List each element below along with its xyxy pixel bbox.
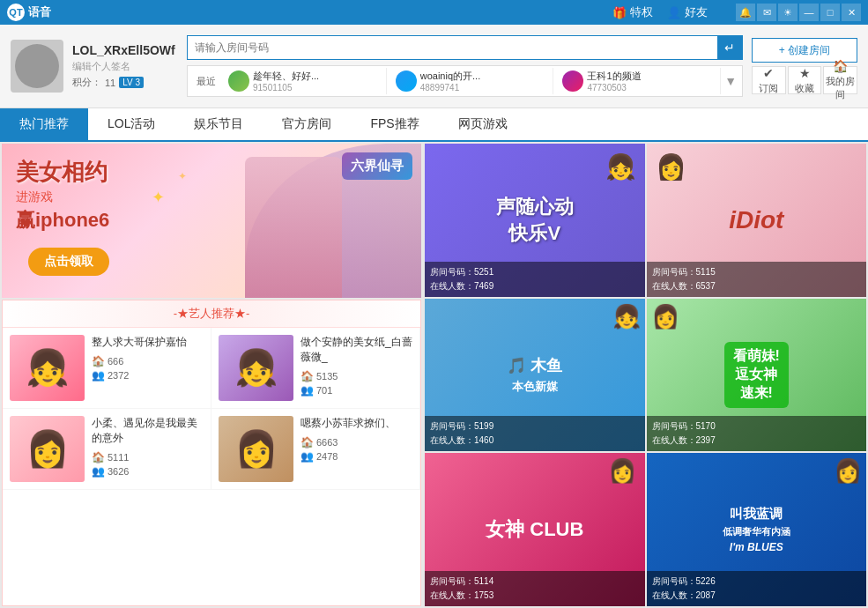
room-banner-text-5: 叫我蓝调低调奢华有内涵I'm BLUES [723,506,790,553]
room-card-3[interactable]: 看萌妹!逗女神速来! 👩 房间号码：5170 在线人数：2397 [647,299,867,452]
banner[interactable]: 美女相约 进游戏 赢iphone6 点击领取 六界仙寻 ✦ ✦ [2,144,421,298]
heart-icon-2: 🏠 [92,451,105,463]
title-bar: QT 语音 🎁 特权 👤 好友 🔔 ✉ ☀ — □ ✕ [0,0,868,25]
action-buttons: ✔ 订阅 ★ 收藏 🏠 我的房间 [752,66,857,94]
banner-button[interactable]: 点击领取 [28,248,109,276]
artist-info-1: 做个安静的美女纸_白蔷薇微_ 🏠 5135 👥 701 [300,335,412,397]
avatar[interactable] [11,40,63,93]
artist-thumb-2: 👩 [10,416,85,482]
recent-rooms: 最近 趁年轻、好好... 91501105 woainiq的开... 48899… [187,65,743,97]
artist-item-2[interactable]: 👩 小柔、遇见你是我最美的意外 🏠 5111 👥 3626 [3,409,211,490]
room-info-0: 趁年轻、好好... 91501105 [253,70,319,93]
app-name: 语音 [28,4,51,20]
user-icon-1: 👥 [300,384,314,397]
room-banner-text-0: 声随心动快乐V [496,194,574,247]
user-icon-0: 👥 [92,369,105,382]
window-controls: 🔔 ✉ ☀ — □ ✕ [736,4,861,21]
artist-users-3: 👥 2478 [300,450,412,463]
artist-panel-title: -★艺人推荐★- [3,300,420,328]
recent-room-1[interactable]: woainiq的开... 48899741 [390,68,554,94]
room-banner-text-2: 🎵 木鱼本色新媒 [507,355,562,395]
artist-thumb-3: 👩 [219,416,293,482]
artist-name-0: 整人求大哥保护嘉怡 [92,335,204,350]
left-panel: 美女相约 进游戏 赢iphone6 点击领取 六界仙寻 ✦ ✦ -★艺人推荐★-… [0,142,423,608]
heart-icon-0: 🏠 [92,355,105,367]
room-banner-text-4: 女神 CLUB [486,516,583,543]
room-icon-2 [562,70,583,92]
close-button[interactable]: ✕ [842,4,861,21]
artist-users-1: 👥 701 [300,384,412,397]
room-overlay-5: 房间号码：5226 在线人数：2087 [647,571,867,606]
artist-info-0: 整人求大哥保护嘉怡 🏠 666 👥 2372 [92,335,204,382]
artist-name-2: 小柔、遇见你是我最美的意外 [92,416,204,446]
star-icon: ★ [799,66,811,80]
recent-room-0[interactable]: 趁年轻、好好... 91501105 [223,68,387,94]
friend-icon: 👤 [667,6,681,19]
room-card-0[interactable]: 声随心动快乐V 👧 房间号码：5251 在线人数：7469 [425,144,645,297]
artist-avatar-3: 👩 [219,416,293,482]
heart-icon-1: 🏠 [300,370,314,382]
privilege-button[interactable]: 🎁 特权 [612,4,653,20]
my-room-button[interactable]: 🏠 我的房间 [823,66,857,94]
room-card-2[interactable]: 🎵 木鱼本色新媒 👧 房间号码：5199 在线人数：1460 [425,299,645,452]
avatar-image [15,44,59,88]
level-badge: LV 3 [119,77,144,88]
app-logo: QT [7,4,25,21]
nav-tabs: 热门推荐 LOL活动 娱乐节目 官方房间 FPS推荐 网页游戏 [0,108,868,142]
minimize-button[interactable]: — [799,4,819,21]
room-overlay-4: 房间号码：5114 在线人数：1753 [425,571,645,606]
artist-item-1[interactable]: 👧 做个安静的美女纸_白蔷薇微_ 🏠 5135 👥 701 [211,328,420,409]
tab-entertainment[interactable]: 娱乐节目 [174,108,263,142]
room-banner-text-3: 看萌妹!逗女神速来! [724,342,789,408]
artist-avatar-2: 👩 [10,416,85,482]
room-icon-0 [228,70,249,92]
room-overlay-3: 房间号码：5170 在线人数：2397 [647,416,867,451]
favorites-button[interactable]: ★ 收藏 [788,66,822,94]
header: LOL_XRxEll5OWf 编辑个人签名 积分： 11 LV 3 ↵ 最近 趁… [0,25,868,108]
message-button[interactable]: ✉ [757,4,776,21]
user-icon-2: 👥 [92,465,105,478]
artist-item-0[interactable]: 👧 整人求大哥保护嘉怡 🏠 666 👥 2372 [3,328,211,409]
artist-avatar-1: 👧 [219,335,293,401]
maximize-button[interactable]: □ [820,4,840,21]
user-signature[interactable]: 编辑个人签名 [72,60,178,73]
tab-webgame[interactable]: 网页游戏 [439,108,527,142]
room-card-1[interactable]: iDiot 👩 房间号码：5115 在线人数：6537 [647,144,867,297]
heart-icon-3: 🏠 [300,436,314,449]
subscribe-button[interactable]: ✔ 订阅 [752,66,786,94]
room-info-1: woainiq的开... 48899741 [420,70,480,93]
artist-thumb-1: 👧 [219,335,293,401]
recent-room-2[interactable]: 王科1的频道 47730503 [557,68,721,94]
settings-button[interactable]: ☀ [778,4,798,21]
artist-users-2: 👥 3626 [92,465,204,478]
user-icon-3: 👥 [300,450,314,463]
header-right: + 创建房间 ✔ 订阅 ★ 收藏 🏠 我的房间 [752,38,857,94]
tab-official[interactable]: 官方房间 [263,108,351,142]
notification-button[interactable]: 🔔 [736,4,755,21]
artist-hearts-1: 🏠 5135 [300,370,412,382]
room-overlay-1: 房间号码：5115 在线人数：6537 [647,262,867,297]
tab-fps[interactable]: FPS推荐 [351,108,438,142]
room-card-5[interactable]: 叫我蓝调低调奢华有内涵I'm BLUES 👩 房间号码：5226 在线人数：20… [647,453,867,606]
tab-hot[interactable]: 热门推荐 [0,108,88,142]
title-actions: 🎁 特权 👤 好友 🔔 ✉ ☀ — □ ✕ [612,4,861,21]
right-panel: 声随心动快乐V 👧 房间号码：5251 在线人数：7469 iDiot 👩 房间… [423,142,868,608]
artist-info-2: 小柔、遇见你是我最美的意外 🏠 5111 👥 3626 [92,416,204,478]
room-banner-text-1: iDiot [729,206,783,234]
search-input[interactable] [188,41,717,54]
artist-item-3[interactable]: 👩 嗯蔡小苏菲求撩们、 🏠 6663 👥 2478 [211,409,420,490]
search-enter-button[interactable]: ↵ [717,35,742,60]
artist-name-1: 做个安静的美女纸_白蔷薇微_ [300,335,412,365]
friends-button[interactable]: 👤 好友 [667,4,708,20]
banner-logo: 六界仙寻 [342,152,412,180]
deco-star-2: ✦ [178,170,187,182]
room-card-4[interactable]: 女神 CLUB 👩 房间号码：5114 在线人数：1753 [425,453,645,606]
user-info: LOL_XRxEll5OWf 编辑个人签名 积分： 11 LV 3 [72,43,178,89]
recent-rooms-arrow[interactable]: ▼ [724,74,737,88]
tab-lol[interactable]: LOL活动 [88,108,174,142]
subscribe-icon: ✔ [763,66,774,80]
main-content: 美女相约 进游戏 赢iphone6 点击领取 六界仙寻 ✦ ✦ -★艺人推荐★-… [0,142,868,608]
artist-users-0: 👥 2372 [92,369,204,382]
artist-hearts-2: 🏠 5111 [92,451,204,463]
deco-star-1: ✦ [152,188,165,207]
